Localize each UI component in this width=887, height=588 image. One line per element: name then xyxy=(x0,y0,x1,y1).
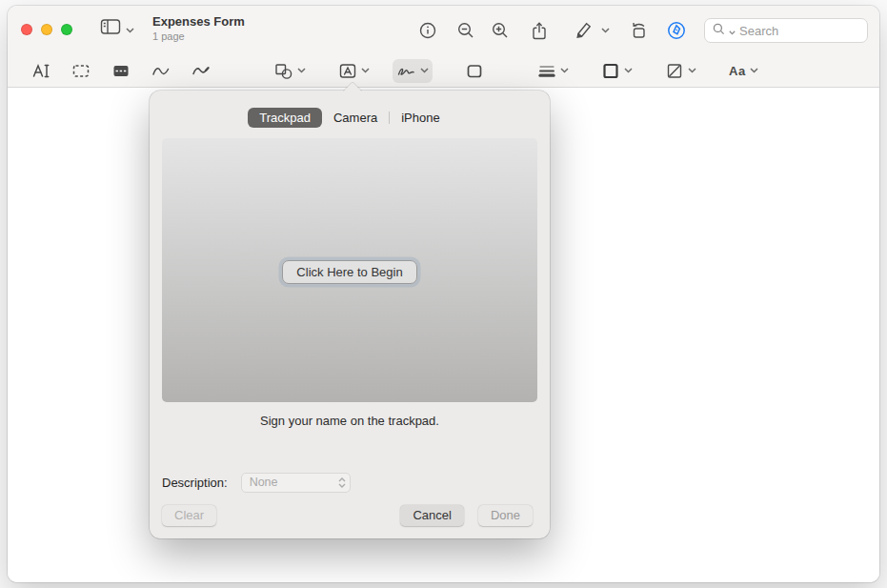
signature-pad[interactable]: Click Here to Begin xyxy=(162,138,537,402)
dropdown-stepper-icon xyxy=(334,474,350,492)
rectangular-selection-tool[interactable] xyxy=(68,59,94,83)
sidebar-toggle-button[interactable] xyxy=(100,18,134,39)
redact-tool[interactable] xyxy=(108,59,134,83)
highlight-pen-button[interactable] xyxy=(575,21,594,40)
text-style-tool[interactable]: Aa xyxy=(725,61,762,81)
markup-toolbar: Aa xyxy=(8,53,879,88)
border-color-chevron-icon xyxy=(624,68,633,73)
tab-camera[interactable]: Camera xyxy=(322,108,389,128)
text-box-chevron-icon xyxy=(361,68,370,73)
description-value: None xyxy=(250,476,334,489)
description-label: Description: xyxy=(162,476,228,490)
zoom-in-button[interactable] xyxy=(491,21,510,40)
text-style-icon: Aa xyxy=(729,64,746,78)
preview-window: Expenses Form 1 page xyxy=(8,6,879,582)
fill-color-chevron-icon xyxy=(688,68,696,73)
border-color-tool[interactable] xyxy=(597,59,636,83)
page-count: 1 page xyxy=(152,30,245,42)
share-button[interactable] xyxy=(531,21,548,41)
titlebar: Expenses Form 1 page xyxy=(8,6,879,53)
search-icon xyxy=(713,22,725,39)
clear-button[interactable]: Clear xyxy=(162,505,216,526)
traffic-lights xyxy=(21,24,72,35)
window-title: Expenses Form xyxy=(152,14,245,29)
toolbar-actions xyxy=(418,15,868,46)
shape-style-chevron-icon xyxy=(560,68,569,73)
done-button[interactable]: Done xyxy=(478,505,533,526)
text-box-tool[interactable] xyxy=(334,59,373,83)
tab-trackpad[interactable]: Trackpad xyxy=(248,108,322,128)
minimize-button[interactable] xyxy=(41,24,52,35)
zoom-out-button[interactable] xyxy=(456,21,475,40)
close-button[interactable] xyxy=(21,24,32,35)
sign-tool[interactable] xyxy=(393,59,433,83)
sidebar-icon xyxy=(100,18,121,39)
signature-popover: Trackpad Camera iPhone Click Here to Beg… xyxy=(150,91,550,538)
rotate-left-button[interactable] xyxy=(629,21,649,40)
info-button[interactable] xyxy=(418,21,437,40)
begin-signature-button[interactable]: Click Here to Begin xyxy=(282,260,416,284)
description-dropdown[interactable]: None xyxy=(241,473,351,493)
search-scope-chevron-icon[interactable] xyxy=(729,22,736,39)
zoom-button[interactable] xyxy=(61,24,72,35)
popover-buttons: Clear Cancel Done xyxy=(162,504,533,526)
draw-tool[interactable] xyxy=(188,59,214,83)
tab-iphone[interactable]: iPhone xyxy=(390,108,451,128)
shape-style-tool[interactable] xyxy=(534,59,573,83)
markup-toolbar-toggle-button[interactable] xyxy=(666,20,687,41)
sketch-tool[interactable] xyxy=(148,59,174,83)
note-tool[interactable] xyxy=(461,59,488,83)
fill-color-tool[interactable] xyxy=(661,59,700,83)
text-style-chevron-icon xyxy=(750,68,758,73)
toolbar-background: Expenses Form 1 page xyxy=(8,6,879,88)
search-input[interactable] xyxy=(739,24,844,38)
signature-source-tabs: Trackpad Camera iPhone xyxy=(150,107,550,128)
signature-instruction: Sign your name on the trackpad. xyxy=(150,414,550,428)
sign-chevron-icon xyxy=(420,68,429,73)
text-selection-tool[interactable] xyxy=(28,59,54,83)
shapes-tool[interactable] xyxy=(270,59,310,83)
search-field[interactable] xyxy=(704,18,868,43)
title-block: Expenses Form 1 page xyxy=(152,14,245,42)
highlight-options-chevron-icon[interactable] xyxy=(601,28,610,33)
description-row: Description: None xyxy=(162,472,351,493)
cancel-button[interactable]: Cancel xyxy=(400,505,463,526)
chevron-down-icon xyxy=(126,20,134,37)
shapes-chevron-icon xyxy=(297,68,306,73)
